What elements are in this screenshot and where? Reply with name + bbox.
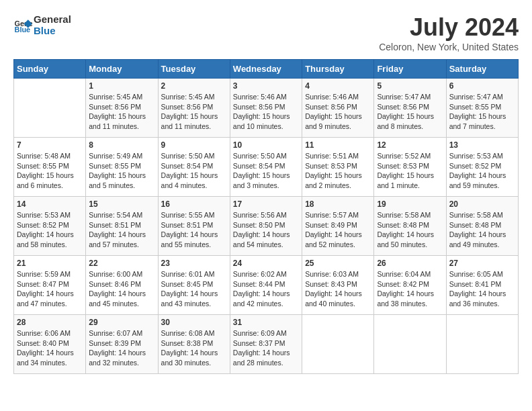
day-info: Sunrise: 6:01 AMSunset: 8:45 PMDaylight:… [161,269,227,309]
day-info: Sunrise: 5:50 AMSunset: 8:54 PMDaylight:… [161,151,227,191]
calendar-cell: 23 Sunrise: 6:01 AMSunset: 8:45 PMDaylig… [158,256,230,315]
page-header: Gene Blue General Blue July 2024 Celoron… [13,13,519,52]
calendar-cell: 14 Sunrise: 5:53 AMSunset: 8:52 PMDaylig… [14,197,86,256]
day-info: Sunrise: 5:50 AMSunset: 8:54 PMDaylight:… [233,151,299,191]
calendar-cell [302,315,374,374]
calendar-cell: 5 Sunrise: 5:47 AMSunset: 8:56 PMDayligh… [374,79,446,138]
day-info: Sunrise: 5:47 AMSunset: 8:56 PMDaylight:… [377,92,443,132]
day-info: Sunrise: 5:53 AMSunset: 8:52 PMDaylight:… [449,151,515,191]
day-info: Sunrise: 5:46 AMSunset: 8:56 PMDaylight:… [233,92,299,132]
day-info: Sunrise: 5:57 AMSunset: 8:49 PMDaylight:… [305,210,371,250]
logo-text-line1: General [34,13,71,25]
logo-text-line2: Blue [34,25,71,36]
day-number: 22 [89,259,154,268]
calendar-cell: 16 Sunrise: 5:55 AMSunset: 8:51 PMDaylig… [158,197,230,256]
day-info: Sunrise: 5:45 AMSunset: 8:56 PMDaylight:… [89,92,154,132]
day-number: 6 [449,81,515,91]
calendar-cell: 19 Sunrise: 5:58 AMSunset: 8:48 PMDaylig… [374,197,446,256]
weekday-header: Friday [374,60,446,79]
day-number: 28 [17,318,83,327]
day-number: 18 [305,199,371,209]
day-number: 3 [233,81,299,91]
day-number: 14 [17,199,83,209]
calendar-cell: 17 Sunrise: 5:56 AMSunset: 8:50 PMDaylig… [230,197,302,256]
calendar-cell: 3 Sunrise: 5:46 AMSunset: 8:56 PMDayligh… [230,79,302,138]
day-info: Sunrise: 5:58 AMSunset: 8:48 PMDaylight:… [449,210,515,250]
day-number: 29 [89,318,154,327]
day-number: 30 [161,318,227,327]
day-info: Sunrise: 5:48 AMSunset: 8:55 PMDaylight:… [17,151,83,191]
calendar-cell: 20 Sunrise: 5:58 AMSunset: 8:48 PMDaylig… [446,197,518,256]
day-number: 13 [449,140,515,150]
day-number: 8 [89,140,154,150]
calendar-cell: 27 Sunrise: 6:05 AMSunset: 8:41 PMDaylig… [446,256,518,315]
day-number: 16 [161,199,227,209]
day-info: Sunrise: 6:07 AMSunset: 8:39 PMDaylight:… [89,328,154,368]
calendar-cell: 18 Sunrise: 5:57 AMSunset: 8:49 PMDaylig… [302,197,374,256]
day-info: Sunrise: 5:59 AMSunset: 8:47 PMDaylight:… [17,269,83,309]
day-info: Sunrise: 5:51 AMSunset: 8:53 PMDaylight:… [305,151,371,191]
calendar-cell: 1 Sunrise: 5:45 AMSunset: 8:56 PMDayligh… [86,79,158,138]
calendar-cell: 29 Sunrise: 6:07 AMSunset: 8:39 PMDaylig… [86,315,158,374]
location-text: Celoron, New York, United States [379,42,519,52]
day-info: Sunrise: 6:05 AMSunset: 8:41 PMDaylight:… [449,269,515,309]
weekday-header: Tuesday [158,60,230,79]
day-info: Sunrise: 6:03 AMSunset: 8:43 PMDaylight:… [305,269,371,309]
day-number: 19 [377,199,443,209]
calendar-cell [14,79,86,138]
day-number: 20 [449,199,515,209]
calendar-cell: 2 Sunrise: 5:45 AMSunset: 8:56 PMDayligh… [158,79,230,138]
calendar-cell: 9 Sunrise: 5:50 AMSunset: 8:54 PMDayligh… [158,138,230,197]
day-number: 24 [233,259,299,268]
day-number: 26 [377,259,443,268]
calendar-table: SundayMondayTuesdayWednesdayThursdayFrid… [13,59,519,374]
calendar-cell: 10 Sunrise: 5:50 AMSunset: 8:54 PMDaylig… [230,138,302,197]
calendar-cell: 15 Sunrise: 5:54 AMSunset: 8:51 PMDaylig… [86,197,158,256]
day-info: Sunrise: 5:54 AMSunset: 8:51 PMDaylight:… [89,210,154,250]
calendar-cell: 13 Sunrise: 5:53 AMSunset: 8:52 PMDaylig… [446,138,518,197]
logo: Gene Blue General Blue [13,13,71,36]
day-number: 4 [305,81,371,91]
calendar-cell: 24 Sunrise: 6:02 AMSunset: 8:44 PMDaylig… [230,256,302,315]
calendar-cell: 25 Sunrise: 6:03 AMSunset: 8:43 PMDaylig… [302,256,374,315]
day-info: Sunrise: 6:06 AMSunset: 8:40 PMDaylight:… [17,328,83,368]
day-info: Sunrise: 5:52 AMSunset: 8:53 PMDaylight:… [377,151,443,191]
day-number: 17 [233,199,299,209]
day-info: Sunrise: 5:46 AMSunset: 8:56 PMDaylight:… [305,92,371,132]
day-info: Sunrise: 6:09 AMSunset: 8:37 PMDaylight:… [233,328,299,368]
day-info: Sunrise: 5:58 AMSunset: 8:48 PMDaylight:… [377,210,443,250]
calendar-cell: 8 Sunrise: 5:49 AMSunset: 8:55 PMDayligh… [86,138,158,197]
weekday-header: Sunday [14,60,86,79]
calendar-cell: 22 Sunrise: 6:00 AMSunset: 8:46 PMDaylig… [86,256,158,315]
day-number: 25 [305,259,371,268]
day-info: Sunrise: 5:49 AMSunset: 8:55 PMDaylight:… [89,151,154,191]
calendar-cell: 28 Sunrise: 6:06 AMSunset: 8:40 PMDaylig… [14,315,86,374]
day-number: 27 [449,259,515,268]
calendar-cell: 11 Sunrise: 5:51 AMSunset: 8:53 PMDaylig… [302,138,374,197]
calendar-cell: 26 Sunrise: 6:04 AMSunset: 8:42 PMDaylig… [374,256,446,315]
calendar-cell: 12 Sunrise: 5:52 AMSunset: 8:53 PMDaylig… [374,138,446,197]
calendar-cell [446,315,518,374]
day-info: Sunrise: 5:53 AMSunset: 8:52 PMDaylight:… [17,210,83,250]
month-title: July 2024 [379,13,519,42]
calendar-cell [374,315,446,374]
logo-icon: Gene Blue [13,15,32,34]
weekday-header: Wednesday [230,60,302,79]
day-number: 7 [17,140,83,150]
calendar-cell: 30 Sunrise: 6:08 AMSunset: 8:38 PMDaylig… [158,315,230,374]
day-number: 5 [377,81,443,91]
calendar-cell: 6 Sunrise: 5:47 AMSunset: 8:55 PMDayligh… [446,79,518,138]
calendar-cell: 7 Sunrise: 5:48 AMSunset: 8:55 PMDayligh… [14,138,86,197]
title-block: July 2024 Celoron, New York, United Stat… [379,13,519,52]
day-number: 11 [305,140,371,150]
calendar-cell: 21 Sunrise: 5:59 AMSunset: 8:47 PMDaylig… [14,256,86,315]
weekday-header: Thursday [302,60,374,79]
day-info: Sunrise: 6:00 AMSunset: 8:46 PMDaylight:… [89,269,154,309]
day-number: 21 [17,259,83,268]
day-info: Sunrise: 5:47 AMSunset: 8:55 PMDaylight:… [449,92,515,132]
day-number: 15 [89,199,154,209]
day-number: 10 [233,140,299,150]
day-info: Sunrise: 5:45 AMSunset: 8:56 PMDaylight:… [161,92,227,132]
day-info: Sunrise: 5:55 AMSunset: 8:51 PMDaylight:… [161,210,227,250]
day-number: 23 [161,259,227,268]
